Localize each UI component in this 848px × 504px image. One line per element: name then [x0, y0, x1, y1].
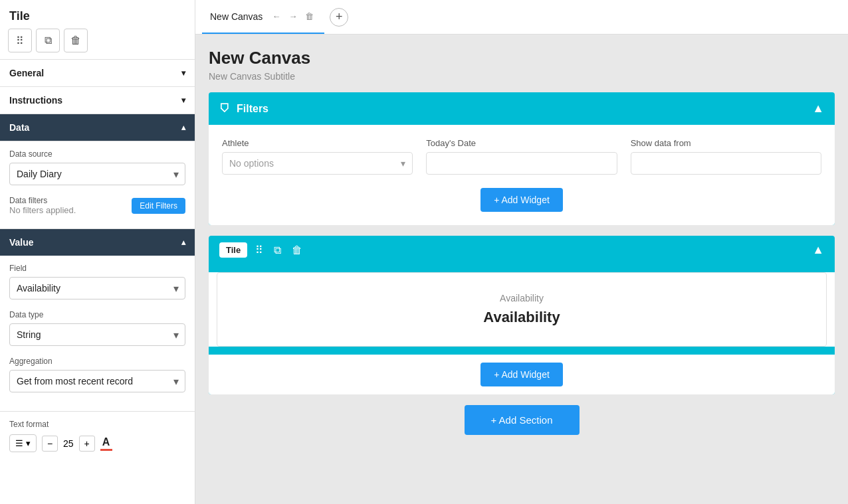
- aggregation-label: Aggregation: [9, 357, 185, 366]
- delete-button[interactable]: 🗑: [64, 29, 88, 52]
- tile-header-left: Tile ⠿ ⧉ 🗑: [219, 242, 305, 258]
- filters-body: Athlete No options ▾ Today's Date Show d…: [209, 125, 835, 225]
- aggregation-select[interactable]: Get from most recent record Sum Average …: [9, 370, 185, 392]
- athlete-filter-field: Athlete No options ▾: [222, 138, 413, 175]
- text-format-controls: ☰ ▾ − 25 + A: [9, 434, 185, 452]
- tab-new-canvas[interactable]: New Canvas ← → 🗑: [202, 0, 324, 34]
- canvas-subtitle: New Canvas Subtitle: [209, 71, 835, 82]
- data-section-label: Data: [9, 122, 29, 133]
- font-color-button[interactable]: A: [100, 436, 112, 451]
- add-section-row: + Add Section: [209, 405, 835, 435]
- canvas-area: New Canvas New Canvas Subtitle ⛉ Filters…: [195, 35, 848, 504]
- value-section-content: Field Availability Performance Wellness …: [0, 256, 195, 411]
- data-filters-row: Data filters No filters applied. Edit Fi…: [9, 196, 185, 215]
- field-select-wrapper: Availability Performance Wellness: [9, 277, 185, 299]
- move-button[interactable]: ⠿: [8, 29, 32, 52]
- instructions-section-label: Instructions: [9, 95, 62, 106]
- tab-label: New Canvas: [210, 11, 263, 22]
- data-type-select[interactable]: String Number Boolean Date: [9, 323, 185, 346]
- data-source-select[interactable]: Daily Diary Weekly Report Monthly Summar…: [9, 163, 185, 185]
- tab-forward-button[interactable]: →: [286, 10, 300, 23]
- sidebar: Tile ⠿ ⧉ 🗑 General ▾ Instructions ▾ Data…: [0, 0, 195, 504]
- font-color-underline: [100, 449, 112, 451]
- athlete-label: Athlete: [222, 138, 413, 148]
- data-type-select-wrapper: String Number Boolean Date: [9, 323, 185, 346]
- filters-add-widget-button[interactable]: + Add Widget: [480, 188, 563, 212]
- tab-back-button[interactable]: ←: [269, 10, 283, 23]
- date-label: Today's Date: [426, 138, 617, 148]
- date-input[interactable]: [426, 152, 617, 175]
- filters-section: ⛉ Filters ▲ Athlete No options ▾ Today': [209, 92, 835, 225]
- tile-card-label: Availability: [231, 293, 813, 303]
- date-filter-field: Today's Date: [426, 138, 617, 175]
- tab-delete-button[interactable]: 🗑: [302, 10, 316, 23]
- value-section-label: Value: [9, 237, 34, 248]
- athlete-dropdown-arrow: ▾: [401, 158, 405, 169]
- tile-footer: + Add Widget: [209, 355, 835, 394]
- data-source-select-wrapper: Daily Diary Weekly Report Monthly Summar…: [9, 163, 185, 185]
- edit-filters-button[interactable]: Edit Filters: [132, 198, 185, 214]
- add-tab-button[interactable]: +: [330, 8, 348, 27]
- font-size-control: − 25 +: [42, 436, 95, 452]
- text-format-section: Text format ☰ ▾ − 25 + A: [0, 411, 195, 460]
- athlete-dropdown[interactable]: No options ▾: [222, 152, 413, 175]
- tile-header: Tile ⠿ ⧉ 🗑 ▲: [209, 236, 835, 264]
- font-size-value: 25: [60, 438, 76, 449]
- sidebar-toolbar: ⠿ ⧉ 🗑: [0, 29, 195, 59]
- tile-add-widget-button[interactable]: + Add Widget: [480, 363, 563, 386]
- field-select[interactable]: Availability Performance Wellness: [9, 277, 185, 299]
- font-size-decrease-button[interactable]: −: [42, 436, 58, 452]
- aggregation-select-wrapper: Get from most recent record Sum Average …: [9, 370, 185, 392]
- text-format-label: Text format: [9, 420, 185, 429]
- filter-icon: ⛉: [219, 103, 230, 115]
- tile-delete-button[interactable]: 🗑: [289, 243, 305, 258]
- tile-label: Tile: [219, 242, 247, 258]
- general-section-label: General: [9, 68, 44, 78]
- font-color-icon: A: [102, 436, 110, 448]
- add-section-button[interactable]: + Add Section: [465, 405, 580, 435]
- text-align-button[interactable]: ☰ ▾: [9, 434, 37, 452]
- tile-collapse-button[interactable]: ▲: [812, 243, 824, 257]
- data-chevron-icon: ▴: [181, 123, 185, 132]
- tab-actions: ← → 🗑: [269, 10, 316, 23]
- filters-title: Filters: [237, 103, 268, 115]
- instructions-section-header[interactable]: Instructions ▾: [0, 86, 195, 114]
- align-chevron-icon: ▾: [26, 438, 31, 448]
- data-type-label: Data type: [9, 310, 185, 319]
- main-content: New Canvas ← → 🗑 + New Canvas New Canvas…: [195, 0, 848, 504]
- general-chevron-icon: ▾: [181, 68, 185, 78]
- data-filters-label: Data filters: [9, 196, 76, 205]
- tab-bar: New Canvas ← → 🗑 +: [195, 0, 848, 35]
- show-data-input[interactable]: [631, 152, 821, 175]
- show-data-label: Show data from: [631, 138, 821, 148]
- tile-copy-button[interactable]: ⧉: [271, 243, 284, 258]
- filters-collapse-button[interactable]: ▲: [812, 102, 824, 116]
- athlete-no-options: No options: [229, 158, 274, 169]
- data-section-content: Data source Daily Diary Weekly Report Mo…: [0, 141, 195, 228]
- value-chevron-icon: ▴: [181, 238, 185, 247]
- tile-card: Availability Availability: [217, 272, 827, 347]
- general-section-header[interactable]: General ▾: [0, 59, 195, 86]
- tile-card-value: Availability: [231, 309, 813, 326]
- copy-button[interactable]: ⧉: [36, 29, 60, 52]
- filters-row: Athlete No options ▾ Today's Date Show d…: [222, 138, 821, 175]
- tile-move-button[interactable]: ⠿: [253, 242, 266, 258]
- filters-header[interactable]: ⛉ Filters ▲: [209, 92, 835, 125]
- tile-section: Tile ⠿ ⧉ 🗑 ▲ Availability Availability +…: [209, 236, 835, 394]
- canvas-title: New Canvas: [209, 48, 835, 68]
- font-size-increase-button[interactable]: +: [79, 436, 95, 452]
- tile-body: Availability Availability: [209, 272, 835, 347]
- data-section-header[interactable]: Data ▴: [0, 114, 195, 141]
- filters-header-left: ⛉ Filters: [219, 103, 268, 115]
- sidebar-title: Tile: [0, 0, 195, 29]
- field-label: Field: [9, 264, 185, 273]
- value-section-header[interactable]: Value ▴: [0, 228, 195, 256]
- data-source-label: Data source: [9, 149, 185, 159]
- show-data-filter-field: Show data from: [631, 138, 821, 175]
- instructions-chevron-icon: ▾: [181, 96, 185, 105]
- align-lines-icon: ☰: [15, 438, 23, 448]
- no-filters-text: No filters applied.: [9, 205, 76, 215]
